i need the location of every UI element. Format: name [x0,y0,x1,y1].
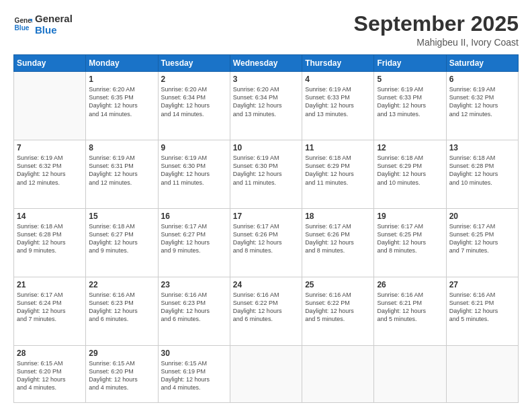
calendar-cell [302,345,374,402]
location: Mahigbeu II, Ivory Coast [354,37,519,48]
day-info: Sunrise: 6:17 AM Sunset: 6:25 PM Dayligh… [449,222,515,255]
day-number: 10 [233,143,299,152]
calendar-week-row: 28Sunrise: 6:15 AM Sunset: 6:20 PM Dayli… [14,345,519,402]
day-number: 18 [305,212,371,221]
calendar-cell: 20Sunrise: 6:17 AM Sunset: 6:25 PM Dayli… [446,209,518,277]
day-info: Sunrise: 6:16 AM Sunset: 6:23 PM Dayligh… [89,291,154,324]
day-number: 12 [377,143,443,152]
month-title: September 2025 [354,12,519,36]
day-number: 24 [233,280,299,289]
calendar-table: SundayMondayTuesdayWednesdayThursdayFrid… [13,54,519,403]
calendar-week-row: 1Sunrise: 6:20 AM Sunset: 6:35 PM Daylig… [14,72,519,140]
day-number: 13 [449,143,515,152]
day-info: Sunrise: 6:19 AM Sunset: 6:30 PM Dayligh… [233,154,299,187]
calendar-cell: 3Sunrise: 6:20 AM Sunset: 6:34 PM Daylig… [230,72,302,140]
calendar-cell: 27Sunrise: 6:16 AM Sunset: 6:21 PM Dayli… [446,277,518,345]
calendar-day-header: Sunday [14,55,86,72]
calendar-cell: 29Sunrise: 6:15 AM Sunset: 6:20 PM Dayli… [86,345,158,402]
day-info: Sunrise: 6:17 AM Sunset: 6:24 PM Dayligh… [17,291,83,324]
day-info: Sunrise: 6:16 AM Sunset: 6:22 PM Dayligh… [233,291,299,324]
header: General Blue General Blue September 2025… [13,12,519,48]
page: General Blue General Blue September 2025… [0,0,532,411]
day-number: 8 [89,143,154,152]
day-info: Sunrise: 6:19 AM Sunset: 6:31 PM Dayligh… [89,154,154,187]
calendar-cell: 25Sunrise: 6:16 AM Sunset: 6:22 PM Dayli… [302,277,374,345]
day-info: Sunrise: 6:16 AM Sunset: 6:21 PM Dayligh… [449,291,515,324]
day-info: Sunrise: 6:19 AM Sunset: 6:32 PM Dayligh… [17,154,83,187]
day-number: 7 [17,143,83,152]
calendar-cell: 12Sunrise: 6:18 AM Sunset: 6:29 PM Dayli… [374,140,446,209]
day-info: Sunrise: 6:19 AM Sunset: 6:30 PM Dayligh… [161,154,227,187]
day-info: Sunrise: 6:17 AM Sunset: 6:26 PM Dayligh… [233,222,299,255]
day-number: 25 [305,280,371,289]
day-number: 5 [377,75,443,84]
calendar-cell: 22Sunrise: 6:16 AM Sunset: 6:23 PM Dayli… [86,277,158,345]
calendar-day-header: Thursday [302,55,374,72]
day-info: Sunrise: 6:17 AM Sunset: 6:27 PM Dayligh… [161,222,227,255]
day-number: 27 [449,280,515,289]
day-number: 4 [305,75,371,84]
day-info: Sunrise: 6:18 AM Sunset: 6:27 PM Dayligh… [89,222,154,255]
day-info: Sunrise: 6:16 AM Sunset: 6:21 PM Dayligh… [377,291,443,324]
calendar-day-header: Tuesday [158,55,230,72]
calendar-cell: 8Sunrise: 6:19 AM Sunset: 6:31 PM Daylig… [86,140,158,209]
calendar-day-header: Wednesday [230,55,302,72]
day-number: 6 [449,75,515,84]
calendar-week-row: 21Sunrise: 6:17 AM Sunset: 6:24 PM Dayli… [14,277,519,345]
logo-icon: General Blue [13,15,32,34]
day-info: Sunrise: 6:18 AM Sunset: 6:28 PM Dayligh… [449,154,515,187]
calendar-cell: 16Sunrise: 6:17 AM Sunset: 6:27 PM Dayli… [158,209,230,277]
calendar-cell: 28Sunrise: 6:15 AM Sunset: 6:20 PM Dayli… [14,345,86,402]
logo-line1: General [35,13,73,25]
day-number: 9 [161,143,227,152]
calendar-cell: 21Sunrise: 6:17 AM Sunset: 6:24 PM Dayli… [14,277,86,345]
calendar-cell: 11Sunrise: 6:18 AM Sunset: 6:29 PM Dayli… [302,140,374,209]
day-number: 22 [89,280,154,289]
day-number: 2 [161,75,227,84]
title-block: September 2025 Mahigbeu II, Ivory Coast [354,12,519,48]
day-number: 3 [233,75,299,84]
calendar-cell: 10Sunrise: 6:19 AM Sunset: 6:30 PM Dayli… [230,140,302,209]
svg-text:General: General [15,17,32,24]
calendar-cell: 30Sunrise: 6:15 AM Sunset: 6:19 PM Dayli… [158,345,230,402]
calendar-cell: 14Sunrise: 6:18 AM Sunset: 6:28 PM Dayli… [14,209,86,277]
day-number: 11 [305,143,371,152]
day-info: Sunrise: 6:18 AM Sunset: 6:29 PM Dayligh… [305,154,371,187]
calendar-cell [446,345,518,402]
calendar-cell: 15Sunrise: 6:18 AM Sunset: 6:27 PM Dayli… [86,209,158,277]
day-number: 14 [17,212,83,221]
day-info: Sunrise: 6:20 AM Sunset: 6:34 PM Dayligh… [233,85,299,118]
calendar-cell: 17Sunrise: 6:17 AM Sunset: 6:26 PM Dayli… [230,209,302,277]
day-info: Sunrise: 6:18 AM Sunset: 6:29 PM Dayligh… [377,154,443,187]
logo: General Blue General Blue [13,12,73,36]
day-number: 26 [377,280,443,289]
day-number: 19 [377,212,443,221]
day-info: Sunrise: 6:16 AM Sunset: 6:23 PM Dayligh… [161,291,227,324]
day-number: 15 [89,212,154,221]
day-info: Sunrise: 6:19 AM Sunset: 6:33 PM Dayligh… [377,85,443,118]
calendar-cell [230,345,302,402]
calendar-header-row: SundayMondayTuesdayWednesdayThursdayFrid… [14,55,519,72]
day-number: 30 [161,349,227,358]
calendar-cell: 23Sunrise: 6:16 AM Sunset: 6:23 PM Dayli… [158,277,230,345]
day-number: 28 [17,349,83,358]
calendar-cell [374,345,446,402]
day-info: Sunrise: 6:15 AM Sunset: 6:20 PM Dayligh… [89,359,154,392]
day-number: 1 [89,75,154,84]
calendar-cell: 26Sunrise: 6:16 AM Sunset: 6:21 PM Dayli… [374,277,446,345]
calendar-day-header: Monday [86,55,158,72]
calendar-cell: 18Sunrise: 6:17 AM Sunset: 6:26 PM Dayli… [302,209,374,277]
calendar-cell: 4Sunrise: 6:19 AM Sunset: 6:33 PM Daylig… [302,72,374,140]
logo-line2: Blue [35,25,73,36]
day-info: Sunrise: 6:19 AM Sunset: 6:33 PM Dayligh… [305,85,371,118]
day-number: 17 [233,212,299,221]
calendar-cell: 1Sunrise: 6:20 AM Sunset: 6:35 PM Daylig… [86,72,158,140]
calendar-cell: 19Sunrise: 6:17 AM Sunset: 6:25 PM Dayli… [374,209,446,277]
day-info: Sunrise: 6:18 AM Sunset: 6:28 PM Dayligh… [17,222,83,255]
calendar-week-row: 14Sunrise: 6:18 AM Sunset: 6:28 PM Dayli… [14,209,519,277]
day-info: Sunrise: 6:20 AM Sunset: 6:35 PM Dayligh… [89,85,154,118]
calendar-day-header: Saturday [446,55,518,72]
calendar-day-header: Friday [374,55,446,72]
calendar-cell: 9Sunrise: 6:19 AM Sunset: 6:30 PM Daylig… [158,140,230,209]
day-info: Sunrise: 6:16 AM Sunset: 6:22 PM Dayligh… [305,291,371,324]
